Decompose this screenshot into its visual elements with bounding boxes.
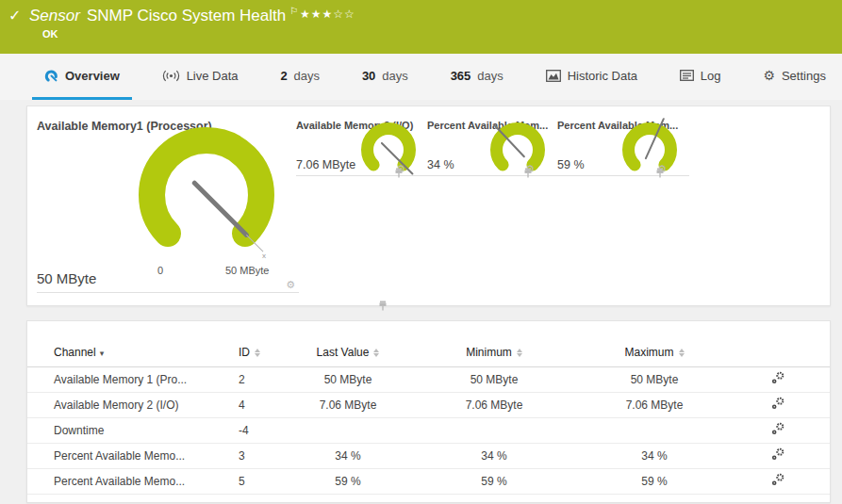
sensor-title-line: SensorSNMP Cisco System Health⚐ [29,6,298,25]
table-row[interactable]: Available Memory 1 (Pro... 2 50 MByte 50… [27,366,830,392]
channel-maximum: 50 MByte [584,366,725,392]
channels-panel: Channel▾ ID Last Value Minimum Maximum A… [26,320,831,503]
sort-icon [255,349,260,357]
page-title: SNMP Cisco System Health [87,7,286,24]
chart-icon [546,70,561,82]
channel-table: Channel▾ ID Last Value Minimum Maximum A… [27,338,830,495]
primary-gauge-block[interactable]: Available Memory1 (Processor) x 0 50 MBy… [37,106,299,293]
tab-2-days[interactable]: 2 days [268,54,332,100]
channel-id: -4 [239,417,291,443]
column-header-last-value[interactable]: Last Value [291,338,404,366]
status-ok-check-icon: ✓ [8,7,21,24]
sort-icon [373,349,379,357]
column-header-maximum[interactable]: Maximum [584,338,725,366]
channel-maximum [584,417,725,443]
gauge-pin-icon[interactable] [394,168,404,178]
gauges-panel: Available Memory1 (Processor) x 0 50 MBy… [26,106,831,306]
gauge-pin-marker: x [262,252,266,260]
tab-label: Log [701,69,721,83]
column-header-id[interactable]: ID [239,338,291,366]
small-gauge-block-2[interactable]: Percent Available Mem... 34 % ⚙ [427,118,557,176]
gauge-pin-icon[interactable] [523,168,533,178]
channel-last-value: 34 % [291,443,404,468]
channel-last-value: 50 MByte [291,366,404,392]
gauge-scale-min: 0 [157,265,163,276]
small-gauge [351,122,426,187]
table-row[interactable]: Available Memory 2 (I/O) 4 7.06 MByte 7.… [27,392,830,417]
tab-label: Live Data [187,69,239,83]
channel-maximum: 7.06 MByte [584,392,725,417]
live-data-icon [162,70,180,82]
tab-bar: Overview Live Data 2 days 30 days 365 da… [0,54,842,100]
gear-icon: ⚙ [763,69,775,82]
channel-name[interactable]: Percent Available Memo... [27,443,239,468]
tab-number: 365 [451,69,471,83]
table-header-row: Channel▾ ID Last Value Minimum Maximum [27,338,830,366]
sensor-header: ✓ SensorSNMP Cisco System Health⚐ ★★★☆☆ … [0,0,842,54]
table-row[interactable]: Downtime -4 [27,417,830,443]
channel-settings-icon[interactable] [771,447,784,463]
channel-id: 3 [239,443,291,468]
tab-label: Overview [65,69,120,83]
gauge-value: 59 % [557,158,585,171]
channel-maximum: 34 % [584,443,725,468]
channel-settings-icon[interactable] [771,371,784,387]
tab-label: days [477,69,503,83]
tab-settings[interactable]: ⚙ Settings [751,54,838,100]
channel-minimum: 34 % [404,443,584,468]
channel-settings-icon[interactable] [771,473,784,489]
channel-name[interactable]: Available Memory 2 (I/O) [27,392,239,417]
log-icon [680,70,694,81]
small-gauge-block-3[interactable]: Percent Available Mem... 59 % ⚙ [557,118,689,176]
channel-name[interactable]: Downtime [27,417,239,443]
channel-minimum: 50 MByte [404,366,584,392]
tab-365-days[interactable]: 365 days [438,54,516,100]
small-gauge [612,122,687,187]
channel-maximum: 59 % [584,468,725,494]
small-gauge-block-1[interactable]: Available Memory2 (I/O) 7.06 MByte ⚙ [296,118,428,176]
gauge-pin-icon[interactable] [655,168,665,178]
channel-minimum: 7.06 MByte [404,392,584,417]
gauge-pin-icon[interactable] [378,301,388,311]
gauge-value: 50 MByte [37,270,96,286]
tab-label: Historic Data [568,69,637,83]
gauge-scale-max: 50 MByte [225,265,269,276]
tab-label: Settings [782,69,826,83]
sort-icon [679,349,685,357]
channel-name[interactable]: Available Memory 1 (Pro... [27,366,239,392]
channel-last-value: 7.06 MByte [291,392,404,417]
column-header-settings [725,338,830,366]
table-row[interactable]: Percent Available Memo... 5 59 % 59 % 59… [27,468,830,494]
tab-historic-data[interactable]: Historic Data [534,54,650,100]
channel-id: 2 [239,366,291,392]
column-header-channel[interactable]: Channel▾ [27,338,239,366]
tab-label: days [294,69,320,83]
tab-30-days[interactable]: 30 days [350,54,421,100]
sort-desc-icon: ▾ [100,349,105,358]
table-row[interactable]: Percent Available Memo... 3 34 % 34 % 34… [27,443,830,468]
channel-name[interactable]: Percent Available Memo... [27,468,239,494]
channel-id: 5 [239,468,291,494]
channel-settings-icon[interactable] [771,422,784,438]
channel-minimum: 59 % [404,468,584,494]
flag-icon[interactable]: ⚐ [289,6,298,16]
gauge-value: 7.06 MByte [296,158,355,171]
sensor-kind-label: Sensor [29,7,80,24]
tab-log[interactable]: Log [668,54,734,100]
column-header-minimum[interactable]: Minimum [404,338,584,366]
status-badge: OK [42,28,58,40]
tab-overview[interactable]: Overview [32,54,132,100]
channel-id: 4 [239,392,291,417]
channel-last-value [291,417,404,443]
primary-gauge: x [129,127,284,268]
gauge-icon [44,69,58,83]
tab-live-data[interactable]: Live Data [150,54,251,100]
sort-icon [517,349,522,357]
channel-settings-icon[interactable] [771,397,784,413]
tab-number: 30 [362,69,375,83]
channel-minimum [404,417,584,443]
small-gauge [480,122,555,187]
gauge-value: 34 % [427,158,454,171]
gauge-gear-icon[interactable]: ⚙ [286,280,295,290]
priority-stars[interactable]: ★★★☆☆ [300,8,355,21]
